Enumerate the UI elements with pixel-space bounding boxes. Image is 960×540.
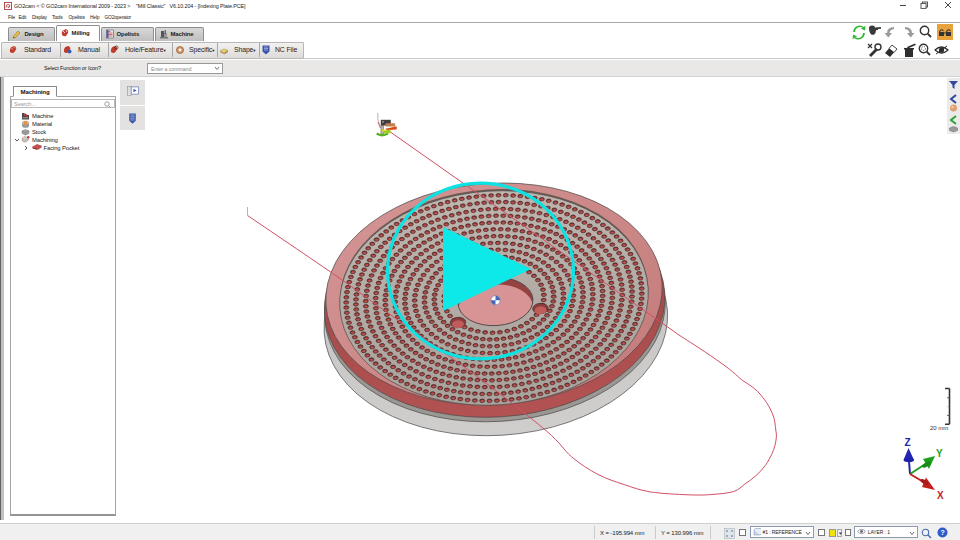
svg-text:Z: Z xyxy=(905,437,911,448)
svg-text:?: ? xyxy=(940,528,945,537)
svg-text:Y: Y xyxy=(936,448,943,459)
svg-text:X: X xyxy=(937,490,944,501)
